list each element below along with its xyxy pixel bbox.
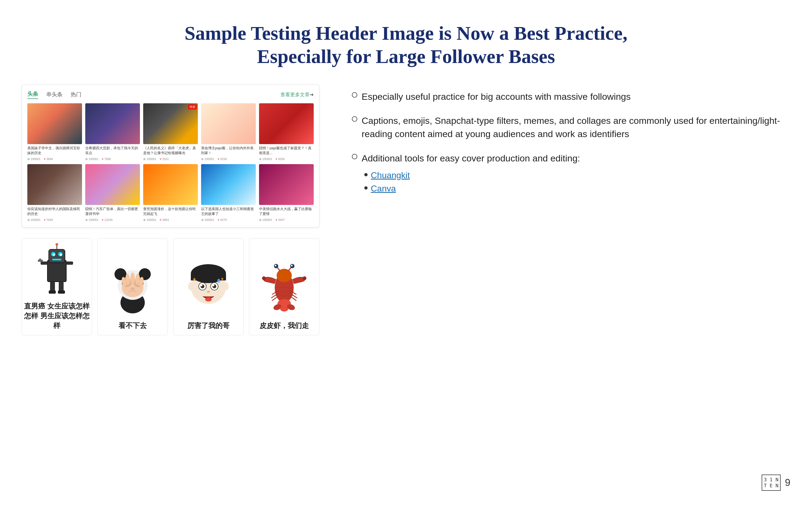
feed-likes-1: 7986 (102, 157, 111, 161)
svg-point-58 (275, 265, 276, 266)
feed-card-6[interactable]: 囧悄！汽车广告体，真比一切都更显得书华10000112249 (85, 164, 140, 222)
sub-bullet-chuangkit: Chuangkit (364, 170, 580, 180)
feed-title-1: 古希腊四大悲剧，承包了我今天的笑点 (85, 146, 140, 156)
feed-stats-8: 1000014279 (201, 218, 256, 222)
feed-likes-4: 9206 (275, 157, 285, 161)
svg-point-31 (131, 273, 135, 284)
svg-rect-13 (49, 290, 56, 294)
feed-thumbnail-1 (85, 103, 140, 145)
svg-point-61 (291, 265, 293, 266)
tab-toutiao[interactable]: 串头条 (46, 91, 62, 98)
feed-likes-2: 2531 (160, 157, 169, 161)
feed-stats-9: 1000013447 (259, 218, 314, 222)
meme-image-1 (22, 238, 92, 298)
feed-likes-3: 9158 (218, 157, 227, 161)
footer: 3 1 N T E N 9 (22, 469, 790, 491)
feed-title-2: 《人民的名义》易烊「大老虎」真是他？让康书记给视频曝光 (143, 146, 198, 156)
meme-card-1: 直男癌 女生应该怎样怎样 男生应该怎样怎样 (22, 238, 92, 335)
svg-text:★: ★ (220, 277, 224, 281)
bullet-text-3: Additional tools for easy cover producti… (362, 152, 580, 165)
feed-thumbnail-9 (259, 164, 314, 205)
svg-text:★: ★ (192, 277, 197, 282)
meme-text-4: 皮皮虾，我们走 (257, 318, 311, 335)
feed-card-0[interactable]: 美国妹子学中文，偶尔跳两河宝软妹的历史1000013846 (27, 103, 82, 161)
svg-point-38 (223, 282, 229, 290)
bullet-item-3: Additional tools for easy cover producti… (352, 152, 790, 197)
feed-title-3: 美妆博主papi酱，让你街内外外美到家！ (201, 146, 256, 156)
bullet-circle-2 (352, 116, 357, 122)
feed-card-3[interactable]: 美妆博主papi酱，让你街内外外美到家！1000019158 (201, 103, 256, 161)
left-panel: 头条 串头条 热门 查看更多文章➜ 美国妹子学中文，偶尔跳两河宝软妹的历史100… (22, 84, 319, 469)
meme-text-3: 厉害了我的哥 (185, 318, 232, 335)
svg-point-43 (201, 285, 202, 286)
sub-bullets: Chuangkit Canva (364, 170, 580, 197)
feed-card-5[interactable]: 你应该知道的对华人的国际及移民的历史1000017045 (27, 164, 82, 222)
meme-image-2 (98, 258, 167, 318)
feed-card-2[interactable]: 绝密《人民的名义》易烊「大老虎」真是他？让康书记给视频曝光1000012531 (143, 103, 198, 161)
feed-thumbnail-4 (259, 103, 314, 145)
svg-point-44 (213, 285, 214, 286)
more-articles-link[interactable]: 查看更多文章➜ (281, 92, 314, 98)
bullet-circle-3 (352, 154, 357, 159)
meme-card-3: ★ ★ 厉害了我的哥 (173, 238, 244, 335)
sub-dot-1 (364, 173, 367, 176)
feed-title-7: 查究泡面涨价，这十款泡面让你吃完就起飞 (143, 207, 198, 216)
right-panel: Especially useful practice for big accou… (336, 84, 790, 469)
feed-card-7[interactable]: 查究泡面涨价，这十款泡面让你吃完就起飞1000012863 (143, 164, 198, 222)
feed-card-9[interactable]: 中美情侣跑水火大战，赢了比赛输了爱情1000013447 (259, 164, 314, 222)
svg-rect-8 (66, 262, 73, 265)
bullet-text-1: Especially useful practice for big accou… (362, 90, 631, 103)
bullet-section: Especially useful practice for big accou… (352, 90, 790, 208)
feed-views-9: 100001 (259, 218, 272, 222)
page-title: Sample Testing Header Image is Now a Bes… (22, 22, 790, 68)
feed-stats-2: 1000012531 (143, 157, 198, 161)
feed-card-4[interactable]: 囧悄！papi酱也成了标题党？！真相竟是...1000019206 (259, 103, 314, 161)
feed-card-1[interactable]: 古希腊四大悲剧，承包了我今天的笑点1000017986 (85, 103, 140, 161)
tab-hot[interactable]: 热门 (71, 91, 82, 98)
chuangkit-link[interactable]: Chuangkit (371, 170, 410, 180)
meme-text-1: 直男癌 女生应该怎样怎样 男生应该怎样怎样 (22, 298, 92, 335)
svg-point-45 (207, 291, 210, 293)
meme-text-2: 看不下去 (116, 318, 149, 335)
feed-grid: 美国妹子学中文，偶尔跳两河宝软妹的历史1000013846古希腊四大悲剧，承包了… (27, 103, 314, 222)
feed-views-5: 100001 (27, 218, 41, 222)
bullet-text-2: Captions, emojis, Snapchat-type filters,… (362, 114, 790, 141)
meme-card-4: 皮皮虾，我们走 (249, 238, 319, 335)
feed-stats-4: 1000019206 (259, 157, 314, 161)
feed-stats-1: 1000017986 (85, 157, 140, 161)
svg-point-37 (188, 282, 194, 290)
feed-likes-9: 3447 (275, 218, 285, 222)
svg-point-55 (276, 269, 292, 282)
svg-point-46 (205, 298, 212, 301)
feed-thumbnail-6 (85, 164, 140, 205)
tab-headlines[interactable]: 头条 (27, 90, 38, 99)
svg-rect-11 (50, 282, 55, 291)
meme-image-3: ★ ★ (173, 258, 243, 318)
feed-likes-7: 2863 (160, 218, 169, 222)
svg-rect-1 (49, 249, 65, 263)
svg-point-5 (60, 253, 62, 256)
feed-views-0: 100001 (27, 157, 41, 161)
svg-rect-6 (52, 259, 61, 261)
feed-stats-5: 1000017045 (27, 218, 82, 222)
feed-views-1: 100001 (85, 157, 99, 161)
logo: 3 1 N T E N (762, 474, 780, 491)
feed-title-0: 美国妹子学中文，偶尔跳两河宝软妹的历史 (27, 146, 82, 156)
svg-rect-12 (59, 282, 64, 291)
svg-point-62 (262, 276, 266, 280)
feed-stats-7: 1000012863 (143, 218, 198, 222)
feed-views-7: 100001 (143, 218, 156, 222)
page: Sample Testing Header Image is Now a Bes… (0, 0, 812, 507)
svg-rect-10 (39, 259, 41, 260)
canva-link[interactable]: Canva (371, 184, 396, 193)
feed-likes-5: 7045 (44, 218, 53, 222)
feed-nav: 头条 串头条 热门 查看更多文章➜ (27, 90, 314, 99)
feed-card-8[interactable]: 以下选美国人也知道小三和闺蜜老王的故事了1000014279 (201, 164, 256, 222)
feed-views-3: 100001 (201, 157, 214, 161)
bullet-item-1: Especially useful practice for big accou… (352, 90, 790, 103)
svg-point-4 (53, 253, 55, 256)
svg-point-47 (217, 279, 220, 283)
svg-rect-14 (58, 290, 65, 294)
feed-views-2: 100001 (143, 157, 156, 161)
feed-title-9: 中美情侣跑水火大战，赢了比赛输了爱情 (259, 207, 314, 216)
